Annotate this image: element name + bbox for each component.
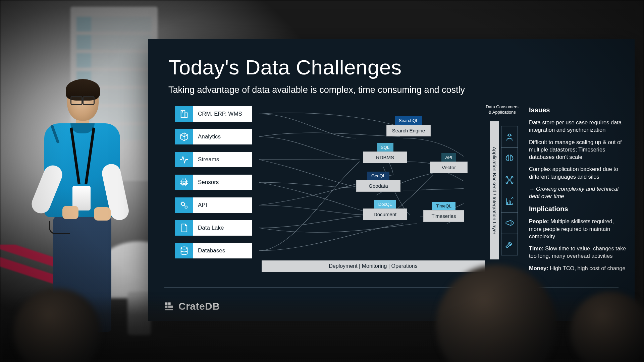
box-document: Document	[363, 208, 407, 220]
source-api: API	[175, 197, 252, 213]
source-label: API	[193, 197, 252, 213]
svg-point-16	[185, 206, 187, 208]
issues-item: Data store per use case requires data in…	[529, 119, 626, 134]
box-search-engine: Search Engine	[386, 125, 431, 136]
tag-timeql: TimeQL	[432, 202, 455, 210]
architecture-diagram: SearchQL Search Engine SQL RDBMS API Vec…	[259, 105, 464, 255]
pulse-icon	[175, 152, 193, 167]
source-label: Data Lake	[193, 220, 252, 236]
file-icon	[175, 220, 193, 236]
svg-point-22	[506, 182, 508, 184]
svg-rect-5	[182, 180, 186, 185]
source-label: Databases	[193, 243, 252, 258]
brain-icon	[501, 148, 518, 169]
developer-icon	[501, 126, 518, 148]
source-datalake: Data Lake	[175, 220, 252, 236]
source-crm-erp-wms: CRM, ERP, WMS	[175, 106, 252, 122]
footer-divider	[164, 287, 619, 288]
chip-icon	[175, 175, 193, 190]
source-label: CRM, ERP, WMS	[193, 106, 252, 122]
gears-icon	[175, 197, 193, 213]
deployment-bar: Deployment | Monitoring | Operations	[262, 260, 485, 272]
consumer-icon-column	[501, 126, 518, 255]
tag-searchql: SearchQL	[395, 116, 423, 125]
database-icon	[175, 243, 193, 258]
network-icon	[501, 169, 518, 191]
slide-title: Today's Data Challenges	[168, 55, 401, 79]
tag-geoql: GeoQL	[367, 172, 389, 180]
node-vector: API Vector	[430, 153, 468, 173]
box-timeseries: Timeseries	[423, 210, 464, 222]
node-search: SearchQL Search Engine	[386, 116, 431, 136]
implication-item: Time: Slow time to value, changes take t…	[529, 245, 626, 260]
integration-layer: Application Backend / Integration Layer	[490, 121, 499, 259]
svg-rect-6	[183, 181, 185, 184]
svg-point-17	[181, 247, 187, 249]
wrench-icon	[501, 234, 518, 255]
megaphone-icon	[501, 213, 518, 234]
issues-item: Difficult to manage scaling up & out of …	[529, 138, 626, 161]
implication-item: Money: High TCO, high cost of change	[529, 264, 626, 272]
tag-sql: SQL	[377, 143, 393, 152]
data-sources-column: CRM, ERP, WMS Analytics Streams Sensors …	[175, 106, 252, 266]
source-label: Streams	[193, 152, 252, 167]
source-label: Analytics	[193, 129, 252, 144]
node-document: DocQL Document	[363, 200, 407, 220]
slide-subtitle: Taking advantage of data available is co…	[168, 85, 465, 95]
svg-point-23	[512, 182, 513, 184]
svg-point-21	[512, 176, 513, 178]
svg-rect-1	[185, 113, 187, 118]
issues-heading: Issues	[529, 106, 626, 115]
node-geodata: GeoQL Geodata	[356, 172, 400, 192]
box-vector: Vector	[430, 162, 468, 173]
cube-icon	[175, 129, 193, 144]
source-label: Sensors	[193, 175, 252, 190]
presentation-slide: Today's Data Challenges Taking advantage…	[148, 39, 635, 321]
source-analytics: Analytics	[175, 129, 252, 144]
box-rdbms: RDBMS	[363, 152, 407, 163]
implications-heading: Implications	[529, 204, 626, 214]
node-rdbms: SQL RDBMS	[363, 143, 407, 163]
source-databases: Databases	[175, 243, 252, 258]
svg-point-19	[509, 179, 511, 181]
svg-point-18	[508, 134, 511, 136]
box-geodata: Geodata	[356, 180, 400, 192]
chart-icon	[501, 191, 518, 213]
building-icon	[175, 106, 193, 122]
right-text-column: Issues Data store per use case requires …	[529, 106, 626, 277]
issues-item: Complex application backend due to diffe…	[529, 165, 626, 180]
source-streams: Streams	[175, 152, 252, 167]
issues-emphasis: → Growing complexity and technical debt …	[529, 185, 626, 200]
source-sensors: Sensors	[175, 175, 252, 190]
tag-api: API	[441, 153, 457, 162]
implication-item: People: Multiple skillsets required, mor…	[529, 218, 626, 240]
consumers-title: Data Consumers & Applications	[485, 104, 519, 115]
svg-point-20	[506, 176, 508, 178]
tag-docql: DocQL	[374, 200, 396, 208]
node-timeseries: TimeQL Timeseries	[423, 202, 464, 222]
